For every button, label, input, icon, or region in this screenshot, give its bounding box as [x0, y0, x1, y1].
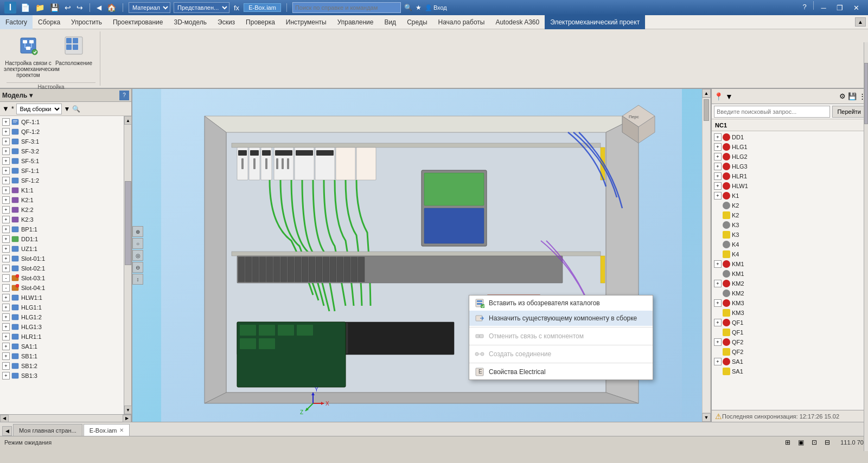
expand-icon[interactable]: +: [714, 182, 722, 190]
search-box[interactable]: [292, 2, 401, 13]
tree-item[interactable]: + HLG1:2: [0, 312, 131, 322]
expand-btn[interactable]: +: [2, 333, 10, 340]
new-btn[interactable]: 📄: [20, 2, 31, 13]
tab-home[interactable]: Моя главная стран...: [13, 424, 82, 436]
help-btn[interactable]: ?: [798, 1, 811, 12]
tree-item[interactable]: + SF-3:1: [0, 137, 131, 146]
material-dropdown[interactable]: Материал: [129, 2, 170, 13]
close-btn[interactable]: ✕: [848, 1, 864, 14]
left-panel-hscroll[interactable]: ◀ ▶: [0, 414, 131, 422]
expand-icon[interactable]: +: [714, 143, 722, 151]
right-tree-scrollbar[interactable]: [864, 42, 868, 451]
undo-btn[interactable]: ↩: [63, 2, 72, 13]
right-search-input[interactable]: [714, 106, 830, 118]
expand-btn[interactable]: +: [2, 245, 10, 253]
viewport-scrollbar[interactable]: ▲ ▼: [702, 89, 711, 422]
ctx-create-connection[interactable]: Создать соединение: [469, 346, 653, 362]
menu-environments[interactable]: Среды: [401, 15, 432, 29]
expand-btn[interactable]: +: [2, 255, 10, 262]
expand-btn[interactable]: +: [2, 187, 10, 194]
panel-help-btn[interactable]: ?: [119, 91, 129, 100]
tree-item[interactable]: + SF-5:1: [0, 156, 131, 166]
restore-btn[interactable]: ❐: [832, 1, 847, 14]
expand-btn[interactable]: +: [2, 128, 10, 136]
tree-item[interactable]: + DD1:1: [0, 234, 131, 244]
expand-icon[interactable]: +: [714, 163, 722, 170]
location-icon[interactable]: 📍: [714, 92, 723, 101]
expand-icon[interactable]: +: [714, 133, 722, 141]
fx-icon[interactable]: fx: [233, 3, 240, 13]
tree-item[interactable]: + BP1:1: [0, 224, 131, 234]
tab-ebox[interactable]: E-Box.iam ✕: [84, 424, 130, 436]
tree-item[interactable]: + HLG1:1: [0, 303, 131, 312]
tree-scrollbar[interactable]: ▲ ▼: [124, 116, 131, 414]
tree-item[interactable]: - Slot-04:1: [0, 283, 131, 293]
back-btn[interactable]: ◀: [95, 3, 103, 12]
expand-btn[interactable]: +: [2, 196, 10, 204]
r-tree-item[interactable]: + HLG1: [712, 142, 868, 152]
r-tree-item[interactable]: K3: [712, 230, 868, 240]
expand-btn[interactable]: +: [2, 294, 10, 301]
expand-btn[interactable]: +: [2, 343, 10, 350]
r-tree-item[interactable]: QF2: [712, 347, 868, 357]
redo-btn[interactable]: ↪: [75, 2, 84, 13]
expand-icon[interactable]: +: [714, 338, 722, 346]
tree-item[interactable]: + SB1:1: [0, 351, 131, 361]
expand-icon[interactable]: +: [714, 358, 722, 365]
arrange-btn[interactable]: Расположение: [52, 34, 95, 68]
expand-btn[interactable]: +: [2, 206, 10, 214]
expand-icon[interactable]: +: [714, 192, 722, 200]
expand-icon[interactable]: +: [714, 172, 722, 180]
expand-btn[interactable]: +: [2, 177, 10, 184]
tree-item[interactable]: + SF-3:2: [0, 146, 131, 156]
tree-item[interactable]: + QF-1:2: [0, 127, 131, 137]
expand-btn[interactable]: -: [2, 274, 10, 282]
expand-btn[interactable]: +: [2, 235, 10, 243]
r-tree-item[interactable]: K2: [712, 210, 868, 220]
scroll-up-btn[interactable]: ▲: [124, 116, 132, 125]
view-toggle-btn[interactable]: ▼: [64, 105, 71, 113]
expand-btn[interactable]: +: [2, 304, 10, 311]
expand-btn[interactable]: +: [2, 313, 10, 321]
view-shaded-btn[interactable]: ▣: [796, 438, 806, 447]
filter-btn[interactable]: ▼: [725, 92, 733, 101]
r-tree-item[interactable]: KM3: [712, 308, 868, 318]
tree-item[interactable]: + UZ1:1: [0, 244, 131, 254]
open-btn[interactable]: 📁: [34, 2, 46, 13]
menu-assembly[interactable]: Сборка: [33, 15, 66, 29]
menu-manage[interactable]: Управление: [332, 15, 379, 29]
vp-ctrl-4[interactable]: ⊖: [132, 262, 143, 273]
expand-btn[interactable]: +: [2, 323, 10, 331]
vp-ctrl-3[interactable]: ◎: [132, 250, 143, 261]
ctx-electrical-props[interactable]: E Свойства Electrical: [469, 364, 653, 380]
r-tree-item[interactable]: + KM2: [712, 279, 868, 288]
menu-3d[interactable]: 3D-модель: [168, 15, 212, 29]
tab-left-arrow[interactable]: ◀: [2, 426, 12, 436]
favorites-icon[interactable]: ★: [416, 4, 422, 11]
scroll-down[interactable]: ▼: [702, 413, 711, 422]
menu-get-started[interactable]: Начало работы: [433, 15, 490, 29]
expand-btn[interactable]: +: [2, 216, 10, 223]
r-tree-item[interactable]: KM1: [712, 269, 868, 279]
scroll-track[interactable]: [703, 98, 710, 413]
ctx-assign-existing[interactable]: Назначить существующему компоненту в сбо…: [469, 311, 653, 326]
tree-item[interactable]: + HLW1:1: [0, 293, 131, 303]
home-btn[interactable]: 🏠: [106, 2, 117, 13]
expand-btn[interactable]: +: [2, 118, 10, 126]
expand-btn[interactable]: +: [2, 352, 10, 360]
expand-btn[interactable]: -: [2, 284, 10, 292]
r-tree-item[interactable]: KM2: [712, 288, 868, 298]
right-scroll-thumb[interactable]: [864, 63, 868, 124]
filter-icon[interactable]: ▼: [2, 105, 9, 113]
tree-item[interactable]: + SB1:3: [0, 371, 131, 381]
tree-item[interactable]: + HLR1:1: [0, 332, 131, 342]
link-settings-btn[interactable]: Настройка связи с электромеханическим пр…: [7, 34, 50, 80]
ctx-cancel-link[interactable]: Отменить связь с компонентом: [469, 329, 653, 344]
r-tree-item[interactable]: K3: [712, 220, 868, 230]
r-tree-item[interactable]: K4: [712, 240, 868, 249]
r-tree-item[interactable]: + QF2: [712, 337, 868, 347]
panel-arrow[interactable]: ▲: [855, 17, 866, 27]
center-viewport[interactable]: X Y Z Перс: [132, 89, 711, 422]
tree-item[interactable]: + Slot-01:1: [0, 254, 131, 263]
tree-item[interactable]: + SB1:2: [0, 361, 131, 371]
